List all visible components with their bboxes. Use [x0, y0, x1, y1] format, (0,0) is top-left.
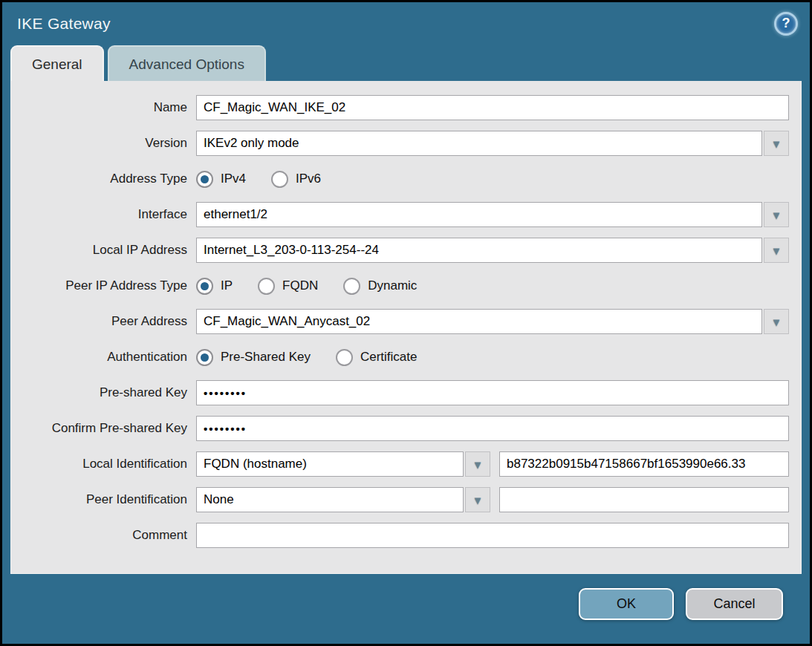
radio-dynamic-label: Dynamic — [368, 278, 417, 293]
interface-dropdown: ▼ — [196, 202, 789, 227]
peer-ip-address-type-row: Peer IP Address Type IP FQDN Dynamic — [11, 273, 801, 298]
tab-general[interactable]: General — [10, 45, 104, 81]
local-ip-address-dropdown: ▼ — [196, 238, 789, 263]
local-ip-address-label: Local IP Address — [11, 243, 196, 258]
local-ip-address-dropdown-button[interactable]: ▼ — [764, 238, 789, 263]
radio-dynamic[interactable] — [343, 278, 360, 295]
chevron-down-icon: ▼ — [771, 245, 782, 256]
local-identification-label: Local Identification — [11, 457, 196, 472]
chevron-down-icon: ▼ — [771, 138, 782, 149]
peer-identification-row: Peer Identification ▼ — [11, 487, 801, 512]
tab-bar: General Advanced Options — [10, 45, 810, 81]
radio-certificate-label: Certificate — [360, 350, 418, 365]
local-ip-address-input[interactable] — [196, 238, 762, 263]
chevron-down-icon: ▼ — [771, 316, 782, 327]
authentication-row: Authentication Pre-Shared Key Certificat… — [11, 345, 801, 370]
chevron-down-icon: ▼ — [771, 209, 782, 221]
comment-row: Comment — [11, 523, 801, 548]
local-identification-row: Local Identification ▼ — [11, 451, 801, 477]
confirm-pre-shared-key-label: Confirm Pre-shared Key — [11, 421, 196, 436]
interface-dropdown-button[interactable]: ▼ — [764, 202, 789, 227]
radio-ipv4-label: IPv4 — [221, 172, 246, 186]
cancel-button[interactable]: Cancel — [686, 588, 783, 620]
peer-identification-label: Peer Identification — [11, 492, 196, 507]
version-label: Version — [11, 136, 196, 151]
radio-fqdn[interactable] — [258, 278, 275, 295]
radio-ip-label: IP — [221, 278, 233, 293]
local-identification-value-input[interactable] — [499, 451, 789, 477]
pre-shared-key-row: Pre-shared Key — [11, 380, 801, 405]
dialog-titlebar: IKE Gateway ? — [2, 2, 810, 45]
radio-ip[interactable] — [196, 278, 213, 295]
version-row: Version ▼ — [11, 131, 801, 156]
authentication-label: Authentication — [11, 350, 196, 365]
confirm-pre-shared-key-input[interactable] — [196, 416, 789, 441]
peer-identification-type-input[interactable] — [196, 487, 464, 512]
version-input[interactable] — [196, 131, 762, 156]
help-icon[interactable]: ? — [774, 12, 798, 36]
radio-fqdn-label: FQDN — [282, 278, 318, 293]
name-label: Name — [11, 100, 196, 115]
interface-row: Interface ▼ — [11, 202, 801, 227]
address-type-row: Address Type IPv4 IPv6 — [11, 166, 801, 192]
comment-input[interactable] — [196, 523, 789, 548]
radio-ipv6[interactable] — [271, 171, 288, 188]
peer-identification-value-input[interactable] — [499, 487, 789, 512]
pre-shared-key-label: Pre-shared Key — [11, 385, 196, 400]
ok-button[interactable]: OK — [579, 588, 674, 620]
peer-address-dropdown-button[interactable]: ▼ — [764, 309, 789, 334]
name-input[interactable] — [196, 95, 789, 120]
peer-identification-type-dropdown: ▼ — [196, 487, 490, 512]
pre-shared-key-input[interactable] — [196, 380, 789, 405]
radio-ipv4[interactable] — [196, 171, 213, 188]
peer-identification-dropdown-button[interactable]: ▼ — [465, 487, 490, 512]
interface-input[interactable] — [196, 202, 762, 227]
chevron-down-icon: ▼ — [472, 459, 484, 470]
peer-ip-address-type-label: Peer IP Address Type — [11, 278, 196, 293]
chevron-down-icon: ▼ — [472, 495, 484, 506]
peer-address-row: Peer Address ▼ — [11, 309, 801, 334]
confirm-pre-shared-key-row: Confirm Pre-shared Key — [11, 416, 801, 441]
comment-label: Comment — [11, 528, 196, 543]
dialog-footer: OK Cancel — [2, 574, 810, 644]
peer-address-input[interactable] — [196, 309, 762, 334]
local-identification-type-input[interactable] — [196, 451, 464, 477]
general-tab-panel: Name Version ▼ Address Type IPv4 IPv6 — [10, 81, 802, 574]
address-type-label: Address Type — [11, 172, 196, 186]
tab-advanced-options[interactable]: Advanced Options — [108, 45, 266, 81]
radio-pre-shared-key-label: Pre-Shared Key — [221, 350, 311, 365]
name-row: Name — [11, 95, 801, 120]
local-ip-address-row: Local IP Address ▼ — [11, 238, 801, 263]
local-identification-dropdown-button[interactable]: ▼ — [465, 451, 490, 477]
ike-gateway-dialog: IKE Gateway ? General Advanced Options N… — [0, 0, 812, 646]
local-identification-type-dropdown: ▼ — [196, 451, 490, 477]
version-dropdown-button[interactable]: ▼ — [764, 131, 789, 156]
version-dropdown: ▼ — [196, 131, 789, 156]
peer-address-label: Peer Address — [11, 314, 196, 329]
dialog-title: IKE Gateway — [17, 15, 111, 33]
peer-address-dropdown: ▼ — [196, 309, 789, 334]
interface-label: Interface — [11, 207, 196, 222]
radio-ipv6-label: IPv6 — [296, 172, 321, 186]
radio-certificate[interactable] — [336, 349, 353, 366]
radio-pre-shared-key[interactable] — [196, 349, 213, 366]
